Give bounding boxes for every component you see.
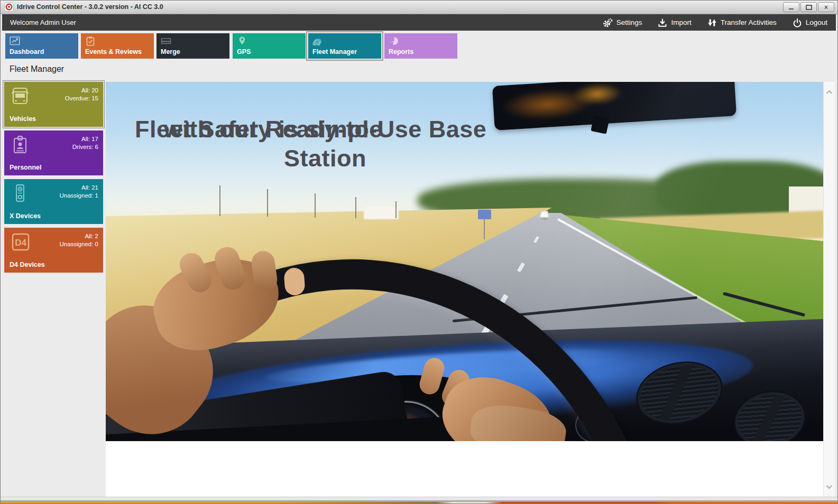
transfer-activities-button[interactable]: Transfer Activities (707, 18, 777, 27)
d4-devices-card-label: D4 Devices (10, 261, 45, 268)
banner-left-fingertip (283, 267, 306, 296)
maximize-icon (806, 5, 812, 10)
vehicles-card-label: Vehicles (10, 115, 36, 123)
d4-devices-stat-all: All: 2 (59, 232, 98, 240)
app-logo-icon (4, 2, 14, 12)
window-title: Idrive Control Center - 3.0.2 version - … (17, 0, 163, 14)
personnel-stats: All: 17 Drivers: 6 (72, 135, 98, 151)
close-icon: × (824, 4, 828, 11)
svg-text:D4: D4 (15, 238, 26, 248)
minimize-button[interactable] (783, 2, 799, 12)
tab-gps[interactable]: GPS (233, 33, 306, 59)
banner-utility-pole (395, 201, 397, 218)
chevron-up-icon (826, 90, 833, 95)
personnel-stat-all: All: 17 (72, 135, 98, 143)
x-devices-stat-all: All: 21 (59, 184, 98, 192)
banner-building (364, 207, 399, 219)
background-window-sliver (0, 502, 838, 504)
tab-merge[interactable]: MERGE Merge (156, 33, 229, 59)
close-button[interactable]: × (818, 2, 834, 12)
top-nav-bar: Welcome Admin User Settings Import (2, 14, 836, 31)
banner-utility-pole (355, 197, 356, 218)
merge-box-icon: MERGE (161, 36, 171, 46)
vehicles-stat-all: All: 20 (65, 87, 98, 95)
banner-oncoming-car (540, 211, 548, 218)
tab-fleet-manager-label: Fleet Manager (312, 48, 357, 55)
settings-button[interactable]: Settings (602, 18, 642, 27)
transfer-arrows-icon (707, 18, 717, 27)
tab-gps-label: GPS (237, 48, 251, 55)
map-pin-icon (237, 36, 247, 46)
banner-sign-pole (484, 219, 485, 239)
import-icon (658, 18, 667, 27)
svg-text:MERGE: MERGE (162, 40, 171, 43)
transfer-activities-label: Transfer Activities (721, 18, 777, 26)
tab-merge-label: Merge (161, 48, 180, 55)
banner-utility-pole (315, 193, 316, 218)
x-devices-stats: All: 21 Unassigned: 1 (59, 184, 98, 200)
personnel-card-label: Personnel (10, 164, 41, 171)
d4-devices-stats: All: 2 Unassigned: 0 (59, 232, 98, 248)
tab-dashboard[interactable]: Dashboard (5, 33, 78, 59)
tab-events-reviews-label: Events & Reviews (85, 48, 142, 55)
banner-utility-pole (267, 189, 268, 217)
clipboard-check-icon (85, 36, 96, 46)
tab-reports[interactable]: Reports (384, 33, 457, 59)
pie-chart-icon (389, 36, 399, 46)
banner-road-sign (478, 210, 491, 219)
chevron-down-icon (826, 484, 833, 489)
vehicles-stats: All: 20 Overdue: 15 (65, 87, 98, 102)
x-device-icon (10, 183, 31, 204)
sidebar-card-d4-devices[interactable]: D4 All: 2 Unassigned: 0 D4 Devices (4, 228, 103, 273)
sidebar-card-x-devices[interactable]: All: 21 Unassigned: 1 X Devices (4, 179, 103, 224)
id-badge-icon (10, 134, 31, 155)
module-tabstrip: Dashboard Events & Reviews MERGE Merge G… (2, 31, 836, 62)
scroll-up-button[interactable] (824, 85, 835, 99)
vertical-scrollbar[interactable] (823, 82, 835, 497)
power-icon (793, 18, 802, 27)
sidebar-card-personnel[interactable]: All: 17 Drivers: 6 Personnel (4, 130, 103, 175)
tab-dashboard-label: Dashboard (10, 48, 44, 55)
page-title: Fleet Manager (10, 64, 64, 74)
import-label: Import (671, 18, 691, 26)
titlebar: Idrive Control Center - 3.0.2 version - … (0, 0, 838, 14)
settings-label: Settings (616, 18, 642, 26)
minimize-icon (789, 8, 794, 10)
personnel-stat-drivers: Drivers: 6 (72, 143, 98, 151)
x-devices-card-label: X Devices (10, 212, 41, 220)
vehicles-stat-overdue: Overdue: 15 (65, 95, 98, 102)
banner-rearview-mirror (492, 82, 736, 130)
gears-icon (602, 18, 613, 27)
logout-button[interactable]: Logout (793, 18, 827, 27)
tab-reports-label: Reports (389, 48, 413, 55)
x-devices-stat-unassigned: Unassigned: 1 (59, 192, 98, 200)
banner-utility-pole (219, 185, 220, 216)
fleet-cars-icon (312, 36, 323, 46)
welcome-text: Welcome Admin User (10, 18, 76, 26)
scroll-down-button[interactable] (824, 480, 835, 493)
sidebar-card-vehicles[interactable]: All: 20 Overdue: 15 Vehicles (4, 82, 103, 127)
content-empty-area (106, 441, 823, 497)
tab-events-reviews[interactable]: Events & Reviews (81, 33, 154, 59)
tab-fleet-manager[interactable]: Fleet Manager (308, 33, 381, 59)
logout-label: Logout (806, 18, 827, 26)
d4-devices-stat-unassigned: Unassigned: 0 (59, 240, 98, 248)
line-chart-icon (10, 36, 20, 46)
maximize-button[interactable] (800, 2, 817, 12)
banner-headline-line2: with our Ready-to-Use Base Station (135, 115, 515, 173)
bus-icon (10, 86, 31, 107)
d4-box-icon: D4 (10, 231, 31, 253)
banner-mirror-stem (591, 115, 610, 134)
import-button[interactable]: Import (658, 18, 691, 27)
fleet-safety-banner-image: Fleet Safety is simple with our Ready-to… (106, 82, 823, 441)
